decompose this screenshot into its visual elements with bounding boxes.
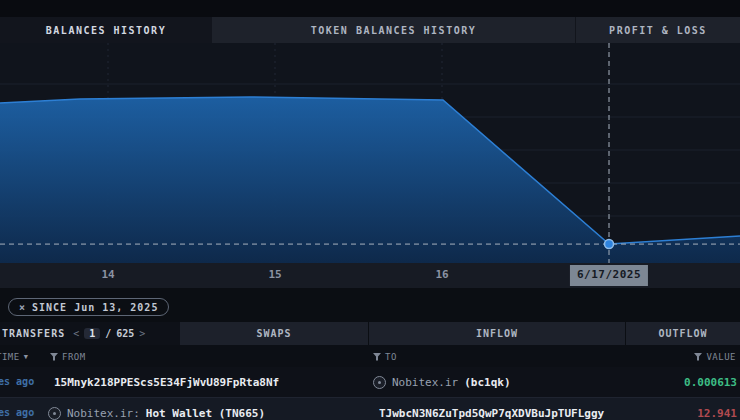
transfer-value: 0.000613 (684, 376, 737, 389)
entity-avatar-icon (48, 407, 61, 420)
column-header-value[interactable]: VALUE (694, 352, 736, 362)
balance-area-fill (0, 97, 740, 263)
tab-swaps[interactable]: SWAPS (180, 322, 368, 345)
value-header-label: VALUE (706, 352, 736, 362)
transfer-row[interactable]: utes ago Nobitex.ir: Hot Wallet (TN665) … (0, 397, 740, 420)
pager-prev-icon[interactable]: < (73, 328, 79, 339)
tab-inflow[interactable]: INFLOW (369, 322, 625, 345)
column-header-from[interactable]: FROM (50, 352, 86, 362)
x-tick-16: 16 (435, 268, 448, 281)
entity-name: Nobitex.ir: (67, 407, 140, 420)
tab-outflow[interactable]: OUTFLOW (626, 322, 740, 345)
address-text: TJwbcN3N6ZuTpd5QwP7qXDVBuJpTUFLggy (379, 407, 604, 420)
time-header-label: TIME (0, 352, 20, 362)
address-text: Hot Wallet (TN665) (146, 407, 265, 420)
transfer-from-address[interactable]: 15Mnyk218PPEScs5E34FjWvU89FpRta8Nf (48, 376, 279, 389)
x-tick-14: 14 (101, 268, 114, 281)
transfer-time: utes ago (0, 376, 44, 387)
tab-balances-history[interactable]: BALANCES HISTORY (0, 17, 212, 43)
pager-current-page: 1 (84, 328, 100, 339)
pager-separator: / (105, 328, 111, 339)
transfers-pager: < 1 / 625 > (73, 328, 145, 339)
to-header-label: TO (385, 352, 397, 362)
column-header-to[interactable]: TO (373, 352, 397, 362)
since-filter-chip[interactable]: × SINCE Jun 13, 2025 (8, 298, 169, 316)
top-strip (0, 0, 740, 17)
address-text: 15Mnyk218PPEScs5E34FjWvU89FpRta8Nf (54, 376, 279, 389)
transfer-time: utes ago (0, 407, 44, 418)
transfer-from-address[interactable]: Nobitex.ir: Hot Wallet (TN665) (48, 407, 265, 420)
address-text: (bc1qk) (464, 376, 510, 389)
tab-transfers[interactable]: TRANSFERS < 1 / 625 > (0, 322, 180, 345)
crosshair-date-tooltip: 6/17/2025 (570, 265, 648, 286)
since-filter-label: SINCE Jun 13, 2025 (32, 302, 158, 313)
balances-dashboard: BALANCES HISTORY TOKEN BALANCES HISTORY … (0, 0, 740, 420)
tab-token-balances-history[interactable]: TOKEN BALANCES HISTORY (212, 17, 576, 43)
filter-row: × SINCE Jun 13, 2025 (0, 288, 740, 322)
transfer-row[interactable]: utes ago 15Mnyk218PPEScs5E34FjWvU89FpRta… (0, 367, 740, 397)
from-header-label: FROM (62, 352, 86, 362)
entity-name: Nobitex.ir (392, 376, 458, 389)
balance-history-chart[interactable] (0, 43, 740, 263)
sort-desc-icon: ▼ (24, 353, 29, 361)
filter-funnel-icon (373, 353, 381, 361)
area-chart-svg (0, 43, 740, 263)
transfer-to-address[interactable]: TJwbcN3N6ZuTpd5QwP7qXDVBuJpTUFLggy (373, 407, 604, 420)
transfers-table-header: TIME ▼ FROM TO VALUE (0, 345, 740, 367)
transfer-value: 12.941 (697, 407, 737, 420)
x-tick-15: 15 (268, 268, 281, 281)
transfers-label: TRANSFERS (2, 328, 65, 339)
entity-avatar-icon (373, 376, 386, 389)
filter-funnel-icon (694, 353, 702, 361)
column-header-time[interactable]: TIME ▼ (0, 352, 28, 362)
filter-funnel-icon (50, 353, 58, 361)
pager-next-icon[interactable]: > (139, 328, 145, 339)
tab-profit-loss[interactable]: PROFIT & LOSS (576, 17, 740, 43)
history-tabbar: BALANCES HISTORY TOKEN BALANCES HISTORY … (0, 17, 740, 43)
crosshair-marker-dot[interactable] (605, 240, 614, 249)
close-icon[interactable]: × (19, 302, 26, 313)
activity-tabbar: TRANSFERS < 1 / 625 > SWAPS INFLOW OUTFL… (0, 322, 740, 345)
pager-total-pages: 625 (116, 328, 134, 339)
transfer-to-address[interactable]: Nobitex.ir (bc1qk) (373, 376, 511, 389)
